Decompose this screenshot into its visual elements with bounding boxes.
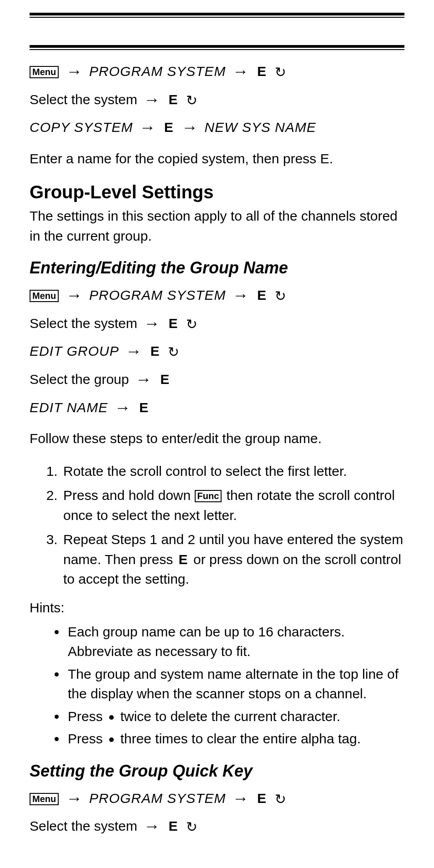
- follow-steps-text: Follow these steps to enter/edit the gro…: [30, 429, 404, 449]
- func-key-icon: Func: [195, 490, 222, 502]
- e-key: E: [148, 343, 161, 358]
- arrow-icon: →: [137, 118, 159, 136]
- nav-line-3: COPY SYSTEM → E → NEW SYS NAME: [30, 114, 404, 141]
- hint-3: Press twice to delete the current charac…: [66, 707, 404, 727]
- e-key: E: [167, 316, 179, 331]
- heading-quick-key: Setting the Group Quick Key: [30, 762, 404, 781]
- instruction-text: Enter a name for the copied system, then…: [30, 149, 404, 169]
- arrow-icon: →: [64, 62, 86, 81]
- e-key: E: [158, 372, 171, 387]
- rotate-icon: [275, 788, 288, 801]
- nav-line-9: Menu → PROGRAM SYSTEM → E: [30, 785, 404, 812]
- hints-label: Hints:: [30, 600, 404, 616]
- dot-icon: [109, 715, 114, 720]
- arrow-icon: →: [123, 342, 145, 360]
- arrow-icon: →: [112, 398, 134, 417]
- arrow-icon: →: [230, 62, 252, 81]
- lcd-text: NEW SYS NAME: [205, 120, 316, 135]
- arrow-icon: →: [64, 286, 86, 304]
- text: Press: [68, 709, 103, 724]
- rotate-icon: [275, 61, 288, 74]
- text: Select the system: [30, 92, 137, 107]
- text: Press: [68, 731, 103, 746]
- lcd-text: EDIT GROUP: [30, 343, 119, 358]
- text: Select the system: [30, 818, 137, 833]
- menu-key-icon: Menu: [30, 290, 59, 302]
- e-key: E: [255, 64, 268, 79]
- page-top-rule: [30, 13, 404, 18]
- text: Select the system: [30, 316, 137, 331]
- nav-line-5: Select the system → E: [30, 310, 404, 337]
- e-key: E: [137, 400, 150, 415]
- menu-key-icon: Menu: [30, 66, 59, 78]
- steps-list: Rotate the scroll control to select the …: [30, 461, 404, 589]
- step-2: Press and hold down Func then rotate the…: [61, 485, 404, 525]
- arrow-icon: →: [230, 789, 252, 807]
- step-1: Rotate the scroll control to select the …: [61, 461, 404, 481]
- text: Select the group: [30, 372, 129, 387]
- arrow-icon: →: [141, 90, 163, 109]
- menu-key-icon: Menu: [30, 793, 59, 805]
- nav-line-6: EDIT GROUP → E: [30, 338, 404, 364]
- text: three times to clear the entire alpha ta…: [120, 731, 361, 746]
- lcd-text: PROGRAM SYSTEM: [89, 64, 226, 79]
- step-3: Repeat Steps 1 and 2 until you have ente…: [61, 530, 404, 589]
- nav-line-2: Select the system → E: [30, 86, 404, 113]
- group-level-desc: The settings in this section apply to al…: [30, 206, 404, 246]
- e-key: E: [255, 288, 268, 303]
- text: twice to delete the current character.: [120, 709, 340, 724]
- e-key: E: [177, 552, 190, 567]
- e-key: E: [167, 92, 179, 107]
- arrow-icon: →: [230, 286, 252, 304]
- rotate-icon: [275, 285, 288, 298]
- e-key: E: [162, 120, 175, 135]
- hints-list: Each group name can be up to 16 characte…: [30, 622, 404, 749]
- arrow-icon: →: [141, 817, 163, 835]
- lcd-text: PROGRAM SYSTEM: [89, 288, 226, 303]
- lcd-text: PROGRAM SYSTEM: [89, 791, 226, 806]
- section-top-rule: [30, 45, 404, 50]
- nav-line-10: Select the system → E: [30, 813, 404, 839]
- rotate-icon: [186, 313, 199, 326]
- heading-enter-edit-group: Entering/Editing the Group Name: [30, 258, 404, 278]
- nav-line-7: Select the group → E: [30, 366, 404, 393]
- nav-line-4: Menu → PROGRAM SYSTEM → E: [30, 282, 404, 308]
- lcd-text: EDIT NAME: [30, 400, 108, 415]
- hint-1: Each group name can be up to 16 characte…: [66, 622, 404, 661]
- text: Press and hold down: [63, 488, 191, 503]
- nav-line-8: EDIT NAME → E: [30, 394, 404, 421]
- heading-group-level: Group-Level Settings: [30, 182, 404, 202]
- lcd-text: COPY SYSTEM: [30, 120, 133, 135]
- hint-2: The group and system name alternate in t…: [66, 664, 404, 704]
- e-key: E: [167, 818, 179, 833]
- rotate-icon: [168, 341, 181, 354]
- arrow-icon: →: [179, 118, 201, 136]
- hint-4: Press three times to clear the entire al…: [66, 729, 404, 749]
- rotate-icon: [186, 816, 199, 829]
- arrow-icon: →: [133, 370, 155, 389]
- e-key: E: [255, 791, 268, 806]
- dot-icon: [109, 737, 114, 742]
- document-page: Menu → PROGRAM SYSTEM → E Select the sys…: [0, 0, 434, 868]
- arrow-icon: →: [64, 789, 86, 807]
- nav-line-1: Menu → PROGRAM SYSTEM → E: [30, 58, 404, 85]
- rotate-icon: [186, 90, 199, 102]
- arrow-icon: →: [141, 314, 163, 333]
